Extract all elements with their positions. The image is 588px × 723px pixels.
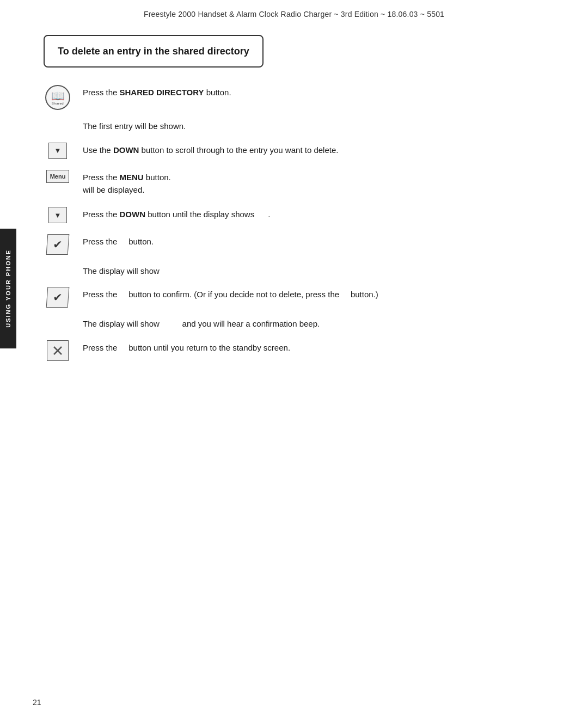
step-row: ▼ Use the DOWN button to scroll through … xyxy=(44,142,555,159)
step4-text: Press the DOWN button until the display … xyxy=(83,206,555,220)
check-button-icon: ✔ xyxy=(46,234,70,255)
step1-text: Press the SHARED DIRECTORY button. xyxy=(83,84,555,99)
step-icon-down1: ▼ xyxy=(44,143,72,159)
step5b-text: The display will show xyxy=(83,265,555,277)
steps-container: 📖 Shared Press the SHARED DIRECTORY butt… xyxy=(44,84,555,370)
step1b-text: The first entry will be shown. xyxy=(83,120,555,132)
title-box-text: To delete an entry in the shared directo… xyxy=(58,46,249,57)
step5-text: Press the button. xyxy=(83,233,555,248)
step6b-text: The display will show and you will hear … xyxy=(83,317,555,330)
step6-text: Press the button to confirm. (Or if you … xyxy=(83,286,555,301)
title-box: To delete an entry in the shared directo… xyxy=(44,35,264,68)
x-symbol-icon xyxy=(52,345,64,357)
down-arrow-icon: ▼ xyxy=(54,146,62,155)
step2-text: Use the DOWN button to scroll through to… xyxy=(83,142,555,156)
side-tab: USING YOUR PHONE xyxy=(0,229,16,348)
down-arrow-icon-2: ▼ xyxy=(54,211,62,219)
header-title: Freestyle 2000 Handset & Alarm Clock Rad… xyxy=(144,10,444,19)
shared-label: Shared xyxy=(52,102,64,105)
step-row: ▼ Press the DOWN button until the displa… xyxy=(44,206,555,223)
menu-label: Menu xyxy=(50,173,66,180)
step-row: ✔ Press the button. xyxy=(44,233,555,255)
page-header: Freestyle 2000 Handset & Alarm Clock Rad… xyxy=(0,0,588,24)
step3-bold: MENU xyxy=(120,173,144,182)
step-row: Press the button until you return to the… xyxy=(44,339,555,361)
step-row: 📖 Shared Press the SHARED DIRECTORY butt… xyxy=(44,84,555,110)
step-icon-x xyxy=(44,340,72,361)
book-symbol-icon: 📖 xyxy=(51,90,65,101)
down-button-icon-2: ▼ xyxy=(48,207,67,223)
x-button-icon xyxy=(47,340,69,361)
down-button-icon: ▼ xyxy=(48,143,67,159)
check-button-icon-2: ✔ xyxy=(46,287,70,308)
step-icon-check2: ✔ xyxy=(44,287,72,308)
step-icon-down2: ▼ xyxy=(44,207,72,223)
check-mark-icon-2: ✔ xyxy=(53,291,63,304)
step-icon-check1: ✔ xyxy=(44,234,72,255)
step-icon-shared: 📖 Shared xyxy=(44,85,72,110)
main-content: To delete an entry in the shared directo… xyxy=(27,35,555,371)
page-number: 21 xyxy=(33,698,41,707)
step4-bold: DOWN xyxy=(120,210,146,219)
step7-text: Press the button until you return to the… xyxy=(83,339,555,354)
step3-text: Press the MENU button. will be displayed… xyxy=(83,169,555,197)
side-tab-label: USING YOUR PHONE xyxy=(5,249,11,328)
step-icon-menu: Menu xyxy=(44,170,72,183)
step-row: ✔ Press the button to confirm. (Or if yo… xyxy=(44,286,555,308)
menu-button-icon: Menu xyxy=(46,170,69,183)
step2-bold: DOWN xyxy=(113,145,139,155)
step-row: Menu Press the MENU button. will be disp… xyxy=(44,169,555,197)
shared-directory-icon: 📖 Shared xyxy=(45,85,70,110)
check-mark-icon: ✔ xyxy=(53,238,63,251)
step1-bold: SHARED DIRECTORY xyxy=(120,88,204,97)
